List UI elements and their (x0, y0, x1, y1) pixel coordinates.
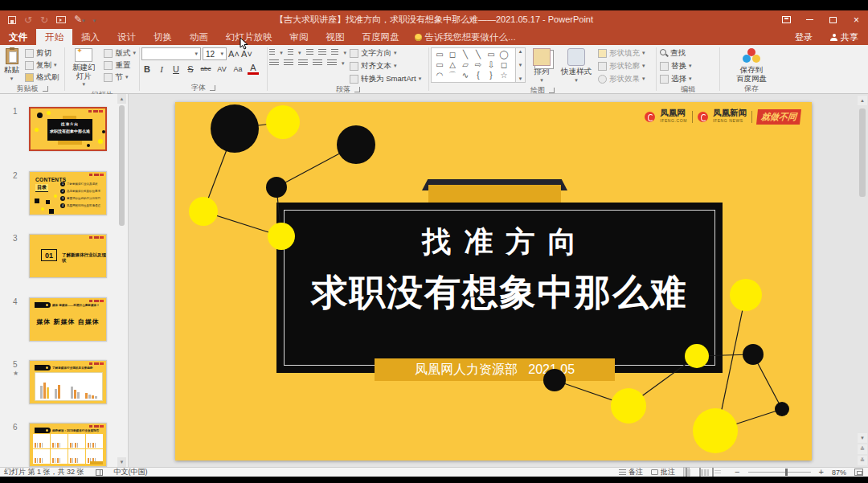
italic-button[interactable]: I (156, 64, 167, 74)
editor-scroll-up[interactable]: ▲ (858, 96, 867, 105)
ribbon-display-options-button[interactable] (775, 10, 798, 29)
thumbnail-slide-5[interactable]: 5 ★ 了解新媒体行业现状与未来趋势 (29, 360, 108, 404)
font-name-combobox[interactable]: ▾ (141, 47, 201, 60)
slide-subtitle-banner[interactable]: 凤凰网人力资源部 2021.05 (375, 358, 615, 381)
arrange-button[interactable]: 排列▾ (527, 47, 556, 85)
slide-title-block[interactable]: 找准方向 求职没有想象中那么难 (276, 223, 723, 317)
start-slideshow-icon[interactable] (56, 16, 66, 23)
save-to-baidu-button[interactable]: 保存到 百度网盘 (734, 47, 769, 84)
pen-mode-icon[interactable]: ✎▾ (74, 14, 85, 26)
decrease-indent-icon[interactable] (306, 49, 314, 56)
character-spacing-button[interactable]: AV (215, 65, 228, 73)
zoom-out-button[interactable]: − (735, 469, 739, 476)
customize-qat-icon[interactable]: ▾ (93, 14, 96, 26)
columns-icon[interactable] (327, 59, 337, 67)
tab-slideshow[interactable]: 幻灯片放映 (217, 29, 281, 45)
tab-review[interactable]: 审阅 (281, 29, 317, 45)
align-right-icon[interactable] (298, 59, 308, 67)
decrease-font-size-button[interactable]: A˅ (241, 49, 252, 59)
maximize-button[interactable] (821, 10, 845, 29)
clear-formatting-button[interactable]: abc (199, 65, 212, 72)
tab-view[interactable]: 视图 (317, 29, 354, 45)
tab-design[interactable]: 设计 (108, 29, 145, 45)
reading-view-button[interactable] (710, 468, 715, 477)
increase-indent-icon[interactable] (318, 49, 326, 56)
zoom-slider[interactable] (748, 472, 811, 473)
redo-icon[interactable]: ↻ (40, 15, 48, 25)
strikethrough-button[interactable]: S (185, 64, 196, 74)
thumbnail-slide-4[interactable]: 4 媒体·新媒体——到底什么是新媒体？ 媒体 新媒体 自媒体 (29, 297, 108, 342)
drawing-dialog-launcher[interactable] (549, 88, 555, 93)
minimize-button[interactable] (798, 10, 821, 29)
thumbnail-slide-6[interactable]: 6 趋势解读：2019新媒体行业发展报告 (29, 423, 108, 467)
line-spacing-icon[interactable] (331, 49, 339, 56)
editor-scrollbar-thumb[interactable] (859, 108, 866, 197)
tell-me-box[interactable]: 告诉我您想要做什么... (408, 29, 522, 45)
undo-icon[interactable]: ↺ (24, 15, 32, 25)
close-button[interactable]: × (845, 10, 868, 29)
thumbnail-slide-2[interactable]: 2 CONTENTS 目录 1了解新媒体行业以及现状 2熟悉新媒体公司及职位要求… (29, 171, 108, 215)
previous-slide-button[interactable]: ≙ (858, 444, 867, 454)
tab-file[interactable]: 文件 (0, 29, 36, 45)
shape-fill-button[interactable]: 形状填充▾ (596, 47, 647, 59)
zoom-in-button[interactable]: + (819, 469, 824, 476)
paragraph-dialog-launcher[interactable] (354, 87, 360, 92)
layout-button[interactable]: 版式▾ (102, 47, 137, 59)
save-icon[interactable] (8, 16, 16, 24)
spellcheck-icon[interactable] (96, 469, 103, 476)
replace-button[interactable]: 替换▾ (658, 60, 694, 72)
thumbnail-slide-1[interactable]: 1 找准方向 求职没有想象中那么难 (29, 107, 108, 151)
new-slide-button[interactable]: 新建幻灯片▾ (67, 47, 100, 90)
align-center-icon[interactable] (284, 59, 293, 67)
convert-smartart-button[interactable]: 转换为 SmartArt▾ (348, 73, 423, 84)
sign-in-button[interactable]: 登录 (787, 29, 821, 45)
font-size-combobox[interactable]: 12▾ (203, 47, 227, 60)
quick-styles-button[interactable]: 快速样式▾ (558, 47, 595, 85)
align-text-button[interactable]: 对齐文本▾ (348, 60, 423, 72)
section-button[interactable]: 节▾ (102, 72, 137, 83)
thumbnail-scrollbar[interactable]: ▲ ▼ (117, 94, 126, 467)
cut-button[interactable]: 剪切 (23, 47, 61, 59)
scrollbar-thumb[interactable] (119, 105, 125, 226)
find-button[interactable]: 查找 (658, 47, 687, 59)
copy-button[interactable]: 复制▾ (23, 59, 61, 71)
share-button[interactable]: 共享 (821, 29, 868, 45)
slide-canvas[interactable]: 凤凰网 IFENG.COM 凤凰新闻 IFENG NEWS 就做不同 (175, 102, 812, 460)
editor-scroll-down[interactable]: ▼ (858, 433, 867, 443)
shapes-gallery-scroll[interactable]: ▲▼▼ (516, 47, 526, 83)
format-painter-button[interactable]: 格式刷 (23, 72, 61, 83)
next-slide-button[interactable]: ≚ (858, 456, 867, 465)
align-left-icon[interactable] (269, 59, 279, 67)
paste-button[interactable]: 粘贴▾ (2, 47, 22, 84)
tab-insert[interactable]: 插入 (72, 29, 108, 45)
select-button[interactable]: 选择▾ (658, 73, 694, 84)
change-case-button[interactable]: Aa (231, 65, 244, 73)
reset-button[interactable]: 重置 (102, 59, 137, 71)
shape-outline-button[interactable]: 形状轮廓▾ (596, 60, 647, 72)
tab-baidu-netdisk[interactable]: 百度网盘 (354, 29, 408, 45)
underline-button[interactable]: U (170, 64, 182, 74)
scroll-down-arrow[interactable]: ▼ (117, 457, 126, 467)
tab-home[interactable]: 开始 (36, 29, 72, 45)
zoom-percentage[interactable]: 87% (832, 469, 846, 477)
fit-to-window-icon[interactable] (854, 469, 863, 476)
editor-scrollbar[interactable]: ▲ ▼ (858, 96, 867, 443)
slide-sorter-view-button[interactable] (698, 468, 702, 477)
bullets-icon[interactable] (269, 49, 275, 56)
scroll-up-arrow[interactable]: ▲ (117, 94, 126, 104)
tab-transitions[interactable]: 切换 (145, 29, 181, 45)
increase-font-size-button[interactable]: A˄ (228, 49, 240, 59)
shape-effects-button[interactable]: 形状效果▾ (596, 73, 647, 84)
justify-icon[interactable] (313, 59, 322, 67)
tab-animations[interactable]: 动画 (181, 29, 217, 45)
zoom-slider-thumb[interactable] (785, 469, 788, 476)
text-direction-button[interactable]: 文字方向▾ (348, 47, 423, 59)
slideshow-view-button[interactable] (723, 472, 727, 473)
numbering-icon[interactable] (288, 49, 293, 56)
bold-button[interactable]: B (141, 64, 153, 74)
thumbnail-slide-3[interactable]: 3 01 了解新媒体行业以及现状 (29, 234, 108, 278)
clipboard-dialog-launcher[interactable] (43, 86, 48, 92)
font-dialog-launcher[interactable] (210, 85, 215, 91)
shapes-gallery[interactable]: ▭◻╲╲▭◯ ▭△▱⇨⇩◻ ◠⌒∿{}☆ (431, 47, 516, 83)
font-color-button[interactable]: A (248, 63, 259, 75)
